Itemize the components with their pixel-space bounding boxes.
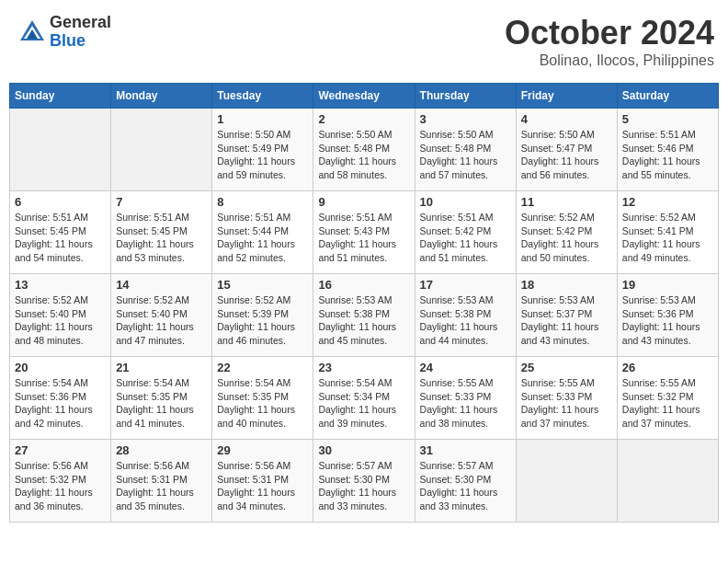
day-number: 15 [217, 278, 308, 292]
day-info: Sunrise: 5:57 AMSunset: 5:30 PMDaylight:… [318, 459, 409, 513]
logo-blue-text: Blue [50, 32, 111, 51]
calendar-day-cell [617, 440, 718, 523]
calendar-week-row: 6Sunrise: 5:51 AMSunset: 5:45 PMDaylight… [10, 191, 719, 274]
day-info: Sunrise: 5:50 AMSunset: 5:49 PMDaylight:… [217, 128, 308, 182]
calendar-day-cell: 10Sunrise: 5:51 AMSunset: 5:42 PMDayligh… [415, 191, 516, 274]
calendar-day-cell: 14Sunrise: 5:52 AMSunset: 5:40 PMDayligh… [111, 274, 212, 357]
day-number: 30 [318, 443, 409, 457]
calendar-day-cell: 31Sunrise: 5:57 AMSunset: 5:30 PMDayligh… [415, 440, 516, 523]
calendar-week-row: 1Sunrise: 5:50 AMSunset: 5:49 PMDaylight… [10, 109, 719, 191]
page-header: General Blue October 2024 Bolinao, Iloco… [9, 9, 719, 74]
day-number: 25 [521, 361, 612, 374]
month-title: October 2024 [505, 14, 714, 52]
logo-general-text: General [50, 14, 111, 32]
calendar-day-cell: 30Sunrise: 5:57 AMSunset: 5:30 PMDayligh… [313, 440, 415, 523]
day-info: Sunrise: 5:56 AMSunset: 5:31 PMDaylight:… [116, 459, 207, 513]
calendar-day-cell: 26Sunrise: 5:55 AMSunset: 5:32 PMDayligh… [617, 357, 718, 440]
calendar-day-cell [111, 109, 212, 191]
calendar-week-row: 13Sunrise: 5:52 AMSunset: 5:40 PMDayligh… [10, 274, 719, 357]
day-number: 18 [521, 278, 612, 292]
weekday-header-cell: Sunday [10, 84, 111, 109]
calendar-day-cell: 21Sunrise: 5:54 AMSunset: 5:35 PMDayligh… [111, 357, 212, 440]
weekday-header-cell: Wednesday [313, 84, 415, 109]
day-number: 16 [318, 278, 409, 292]
day-info: Sunrise: 5:51 AMSunset: 5:46 PMDaylight:… [622, 128, 713, 182]
day-info: Sunrise: 5:53 AMSunset: 5:38 PMDaylight:… [318, 293, 409, 348]
day-number: 4 [521, 112, 612, 126]
day-number: 3 [420, 112, 511, 126]
calendar-day-cell: 18Sunrise: 5:53 AMSunset: 5:37 PMDayligh… [516, 274, 617, 357]
calendar-day-cell: 5Sunrise: 5:51 AMSunset: 5:46 PMDaylight… [617, 109, 718, 191]
day-info: Sunrise: 5:56 AMSunset: 5:31 PMDaylight:… [217, 459, 308, 513]
day-number: 13 [15, 278, 106, 292]
calendar-day-cell: 3Sunrise: 5:50 AMSunset: 5:48 PMDaylight… [415, 109, 516, 191]
day-info: Sunrise: 5:50 AMSunset: 5:48 PMDaylight:… [420, 128, 511, 182]
weekday-header-cell: Friday [516, 84, 617, 109]
day-info: Sunrise: 5:54 AMSunset: 5:35 PMDaylight:… [116, 376, 207, 431]
day-info: Sunrise: 5:51 AMSunset: 5:43 PMDaylight:… [318, 211, 409, 265]
day-number: 11 [521, 195, 612, 209]
calendar-day-cell: 1Sunrise: 5:50 AMSunset: 5:49 PMDaylight… [212, 109, 313, 191]
weekday-header-cell: Tuesday [212, 84, 313, 109]
day-info: Sunrise: 5:50 AMSunset: 5:47 PMDaylight:… [521, 128, 612, 182]
day-info: Sunrise: 5:52 AMSunset: 5:40 PMDaylight:… [15, 293, 106, 348]
day-number: 1 [217, 112, 308, 126]
day-number: 19 [622, 278, 713, 292]
day-number: 12 [622, 195, 713, 209]
calendar-day-cell: 9Sunrise: 5:51 AMSunset: 5:43 PMDaylight… [313, 191, 415, 274]
day-info: Sunrise: 5:55 AMSunset: 5:33 PMDaylight:… [521, 376, 612, 431]
day-number: 7 [116, 195, 207, 209]
calendar-day-cell: 22Sunrise: 5:54 AMSunset: 5:35 PMDayligh… [212, 357, 313, 440]
day-info: Sunrise: 5:53 AMSunset: 5:36 PMDaylight:… [622, 293, 713, 348]
day-info: Sunrise: 5:52 AMSunset: 5:41 PMDaylight:… [622, 211, 713, 265]
day-number: 14 [116, 278, 207, 292]
day-number: 20 [15, 361, 106, 374]
day-number: 23 [318, 361, 409, 374]
day-info: Sunrise: 5:52 AMSunset: 5:40 PMDaylight:… [116, 293, 207, 348]
calendar-day-cell: 20Sunrise: 5:54 AMSunset: 5:36 PMDayligh… [10, 357, 111, 440]
calendar-day-cell: 4Sunrise: 5:50 AMSunset: 5:47 PMDaylight… [516, 109, 617, 191]
day-info: Sunrise: 5:53 AMSunset: 5:37 PMDaylight:… [521, 293, 612, 348]
day-info: Sunrise: 5:52 AMSunset: 5:42 PMDaylight:… [521, 211, 612, 265]
calendar-day-cell: 27Sunrise: 5:56 AMSunset: 5:32 PMDayligh… [10, 440, 111, 523]
calendar-day-cell: 2Sunrise: 5:50 AMSunset: 5:48 PMDaylight… [313, 109, 415, 191]
day-number: 9 [318, 195, 409, 209]
day-info: Sunrise: 5:50 AMSunset: 5:48 PMDaylight:… [318, 128, 409, 182]
weekday-header-cell: Monday [111, 84, 212, 109]
calendar-day-cell: 17Sunrise: 5:53 AMSunset: 5:38 PMDayligh… [415, 274, 516, 357]
day-info: Sunrise: 5:54 AMSunset: 5:36 PMDaylight:… [15, 376, 106, 431]
weekday-header-cell: Saturday [617, 84, 718, 109]
weekday-header-row: SundayMondayTuesdayWednesdayThursdayFrid… [10, 84, 719, 109]
day-number: 2 [318, 112, 409, 126]
calendar-day-cell: 28Sunrise: 5:56 AMSunset: 5:31 PMDayligh… [111, 440, 212, 523]
calendar-table: SundayMondayTuesdayWednesdayThursdayFrid… [9, 83, 719, 523]
calendar-day-cell: 12Sunrise: 5:52 AMSunset: 5:41 PMDayligh… [617, 191, 718, 274]
day-info: Sunrise: 5:55 AMSunset: 5:33 PMDaylight:… [420, 376, 511, 431]
logo-icon [18, 18, 46, 46]
day-number: 29 [217, 443, 308, 457]
day-info: Sunrise: 5:51 AMSunset: 5:44 PMDaylight:… [217, 211, 308, 265]
day-number: 8 [217, 195, 308, 209]
day-number: 6 [15, 195, 106, 209]
weekday-header-cell: Thursday [415, 84, 516, 109]
day-number: 26 [622, 361, 713, 374]
day-info: Sunrise: 5:52 AMSunset: 5:39 PMDaylight:… [217, 293, 308, 348]
calendar-day-cell: 25Sunrise: 5:55 AMSunset: 5:33 PMDayligh… [516, 357, 617, 440]
day-number: 22 [217, 361, 308, 374]
calendar-week-row: 27Sunrise: 5:56 AMSunset: 5:32 PMDayligh… [10, 440, 719, 523]
calendar-day-cell: 16Sunrise: 5:53 AMSunset: 5:38 PMDayligh… [313, 274, 415, 357]
day-info: Sunrise: 5:54 AMSunset: 5:35 PMDaylight:… [217, 376, 308, 431]
calendar-day-cell: 23Sunrise: 5:54 AMSunset: 5:34 PMDayligh… [313, 357, 415, 440]
location-subtitle: Bolinao, Ilocos, Philippines [505, 52, 714, 69]
calendar-day-cell: 8Sunrise: 5:51 AMSunset: 5:44 PMDaylight… [212, 191, 313, 274]
day-number: 27 [15, 443, 106, 457]
calendar-week-row: 20Sunrise: 5:54 AMSunset: 5:36 PMDayligh… [10, 357, 719, 440]
calendar-body: 1Sunrise: 5:50 AMSunset: 5:49 PMDaylight… [10, 109, 719, 523]
day-number: 21 [116, 361, 207, 374]
day-number: 31 [420, 443, 511, 457]
calendar-day-cell: 29Sunrise: 5:56 AMSunset: 5:31 PMDayligh… [212, 440, 313, 523]
logo: General Blue [18, 14, 111, 51]
calendar-day-cell: 13Sunrise: 5:52 AMSunset: 5:40 PMDayligh… [10, 274, 111, 357]
calendar-day-cell: 7Sunrise: 5:51 AMSunset: 5:45 PMDaylight… [111, 191, 212, 274]
title-block: October 2024 Bolinao, Ilocos, Philippine… [505, 14, 714, 69]
